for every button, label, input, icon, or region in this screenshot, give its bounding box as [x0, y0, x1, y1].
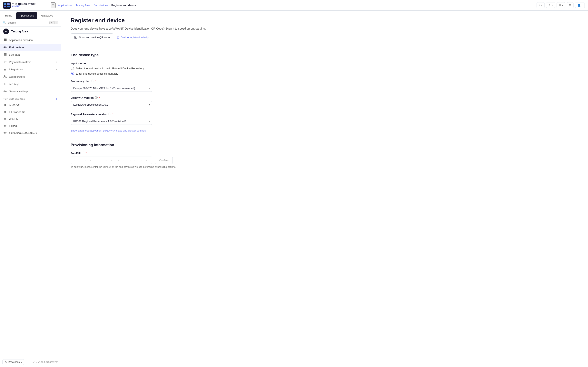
device-label: AB01-V2: [9, 104, 20, 107]
device-icon: [3, 131, 7, 134]
radio-option-manual[interactable]: Enter end device specifics manually: [71, 72, 578, 75]
regional-params-help-icon[interactable]: ⓘ: [108, 112, 111, 116]
scan-qr-button[interactable]: Scan end device QR code: [71, 33, 113, 42]
logo: THE THINGS STACK CLOUD: [3, 2, 48, 9]
radio-group: Select the end device in the LoRaWAN Dev…: [71, 67, 578, 75]
device-item-eui[interactable]: eui-0004a310001ab079: [0, 129, 61, 136]
sidebar-footer: ⊙ Resources ▾ eu1 • v3.32.1.6738267293: [0, 357, 61, 367]
sidebar-item-live-data[interactable]: Live data: [0, 51, 61, 58]
regional-params-required: *: [112, 113, 113, 116]
lorawan-version-group: LoRaWAN version ⓘ * LoRaWAN Specificatio…: [71, 96, 578, 108]
svg-rect-11: [4, 54, 7, 55]
favorites-button[interactable]: ☆ ▾: [546, 2, 555, 8]
code-icon: [3, 60, 7, 64]
account-button[interactable]: 👤 ▾: [575, 2, 585, 8]
sidebar-item-collaborators[interactable]: Collaborators: [0, 73, 61, 80]
sidebar-item-api-keys[interactable]: API keys: [0, 80, 61, 88]
device-registration-help-link[interactable]: Device registration help: [117, 36, 148, 39]
search-icon: 🔍: [2, 21, 6, 24]
svg-rect-12: [4, 55, 7, 56]
hamburger-button[interactable]: ☰: [51, 2, 56, 8]
svg-rect-2: [4, 6, 6, 7]
version-text: eu1 • v3.32.1.6738267293: [32, 361, 58, 363]
device-label: Wio-E5: [9, 117, 18, 120]
notifications-button[interactable]: ✉ ▾: [557, 2, 565, 8]
divider-2: [71, 138, 578, 138]
device-item-wio[interactable]: Wio-E5: [0, 115, 61, 122]
regional-params-label: Regional Parameters version ⓘ *: [71, 112, 578, 116]
breadcrumb-current: Register end device: [112, 4, 137, 7]
tab-gateways[interactable]: Gateways: [38, 12, 57, 19]
sidebar-item-integrations[interactable]: Integrations ▾: [0, 66, 61, 73]
breadcrumb-applications[interactable]: Applications: [58, 4, 72, 7]
svg-point-17: [4, 104, 6, 106]
sidebar-item-payload-formatters[interactable]: Payload formatters ▾: [0, 58, 61, 66]
join-eui-helper-text: To continue, please enter the JoinEUI of…: [71, 166, 578, 168]
radio-manual[interactable]: [71, 72, 74, 75]
input-method-help-icon[interactable]: ⓘ: [89, 61, 91, 65]
regional-params-select[interactable]: RP001 Regional Parameters 1.0.2 revision…: [71, 118, 152, 125]
camera-icon: [74, 35, 77, 39]
svg-point-16: [5, 91, 6, 92]
logo-icon: [3, 2, 11, 9]
frequency-plan-select-wrapper: Europe 863-870 MHz (SF9 for RX2 - recomm…: [71, 85, 152, 92]
device-item-lora32[interactable]: LoRa32: [0, 122, 61, 129]
input-method-group: Input method ⓘ Select the end device in …: [71, 61, 578, 75]
svg-point-18: [4, 111, 6, 113]
add-device-button[interactable]: +: [55, 97, 57, 101]
key-icon: [3, 82, 7, 86]
list-icon: [3, 53, 7, 57]
book-icon: [117, 36, 120, 39]
svg-rect-3: [7, 3, 9, 5]
apps-button[interactable]: ⊞: [567, 2, 573, 8]
sidebar-item-label: Integrations: [9, 68, 23, 71]
join-eui-help-icon[interactable]: ⓘ: [82, 151, 84, 155]
device-item-ab01[interactable]: AB01-V2: [0, 101, 61, 108]
frequency-plan-label: Frequency plan ⓘ *: [71, 79, 578, 83]
join-eui-required: *: [86, 152, 86, 155]
lorawan-version-select[interactable]: LoRaWAN Specification 1.0.2: [71, 101, 152, 108]
scan-row: Scan end device QR code Device registrat…: [71, 33, 578, 42]
back-button[interactable]: ← Testing Area: [0, 26, 61, 36]
sidebar-item-label: General settings: [9, 90, 28, 93]
svg-rect-7: [4, 40, 5, 42]
lorawan-version-select-wrapper: LoRaWAN Specification 1.0.2 ▾: [71, 101, 152, 108]
lorawan-version-required: *: [99, 96, 100, 99]
logo-top-text: THE THINGS STACK: [12, 3, 36, 5]
device-icon: [3, 124, 7, 128]
add-button[interactable]: + ▾: [536, 2, 545, 8]
search-shortcut-cmd: ⌘: [49, 21, 54, 24]
subtitle-text: Does your end device have a LoRaWAN® Dev…: [71, 27, 578, 30]
svg-point-14: [6, 76, 6, 76]
frequency-plan-help-icon[interactable]: ⓘ: [91, 79, 94, 83]
sidebar-item-label: Payload formatters: [9, 60, 31, 64]
join-eui-input[interactable]: [71, 157, 152, 164]
users-icon: [3, 75, 7, 78]
provisioning-section: Provisioning information JoinEUI ⓘ * Con…: [71, 143, 578, 168]
breadcrumb-testing-area[interactable]: Testing Area: [76, 4, 90, 7]
confirm-button[interactable]: Confirm: [155, 157, 173, 164]
device-icon: [3, 103, 7, 107]
frequency-plan-required: *: [95, 80, 96, 83]
svg-rect-22: [74, 36, 77, 38]
tab-home[interactable]: Home: [2, 12, 16, 19]
lorawan-version-help-icon[interactable]: ⓘ: [95, 96, 98, 100]
radio-repository[interactable]: [71, 67, 74, 70]
tab-applications[interactable]: Applications: [16, 12, 37, 19]
sidebar-item-label: API keys: [9, 83, 19, 86]
radio-option-repository[interactable]: Select the end device in the LoRaWAN Dev…: [71, 67, 578, 70]
frequency-plan-select[interactable]: Europe 863-870 MHz (SF9 for RX2 - recomm…: [71, 85, 152, 92]
sidebar-item-app-overview[interactable]: Application overview: [0, 36, 61, 44]
back-label: Testing Area: [11, 30, 28, 33]
sidebar-item-general-settings[interactable]: General settings: [0, 88, 61, 95]
logo-bottom-text: CLOUD: [12, 5, 36, 8]
device-item-f1[interactable]: F1 Starter Kit: [0, 108, 61, 115]
device-label: LoRa32: [9, 124, 18, 127]
breadcrumb-end-devices[interactable]: End devices: [94, 4, 108, 7]
resources-button[interactable]: ⊙ Resources ▾: [2, 359, 24, 365]
device-label: F1 Starter Kit: [9, 110, 25, 114]
advanced-settings-link[interactable]: Show advanced activation, LoRaWAN class …: [71, 129, 146, 132]
search-shortcut-k: K: [54, 21, 58, 24]
search-input[interactable]: [8, 21, 48, 24]
sidebar-item-end-devices[interactable]: End devices: [0, 44, 61, 51]
